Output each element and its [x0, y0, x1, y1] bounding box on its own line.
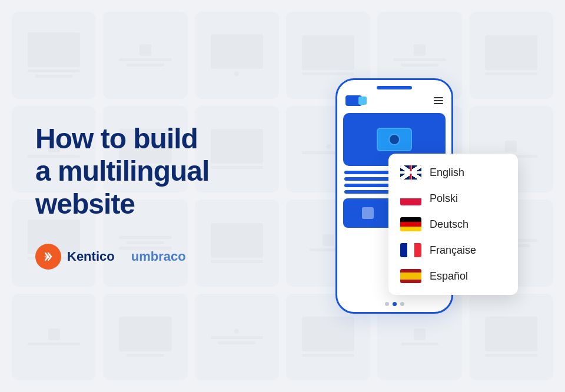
lang-name-polski: Polski	[430, 192, 458, 205]
phone-dot-active	[393, 302, 397, 306]
kentico-icon	[35, 244, 61, 270]
kentico-brand-icon	[41, 249, 56, 264]
umbraco-logo: umbraco	[131, 249, 186, 264]
phone-bill-icon	[377, 128, 412, 151]
phone-card-blue	[343, 198, 393, 228]
left-panel: How to build a multilingual website Kent…	[35, 122, 259, 270]
logos-row: Kentico umbraco	[35, 244, 259, 270]
phone-dots	[337, 297, 451, 312]
lang-item-deutsch[interactable]: Deutsch	[388, 211, 518, 237]
lang-name-francaise: Française	[430, 244, 476, 257]
flag-uk	[400, 165, 421, 180]
kentico-logo: Kentico	[35, 244, 115, 270]
right-panel: English Polski Deutsch	[259, 78, 530, 314]
flag-de	[400, 217, 421, 231]
language-dropdown[interactable]: English Polski Deutsch	[388, 154, 518, 295]
umbraco-label: umbraco	[131, 249, 186, 264]
phone-circle-icon	[388, 134, 400, 145]
phone-card-icon	[362, 207, 374, 219]
flag-uk-inner	[400, 165, 421, 180]
flag-pl	[400, 191, 421, 205]
lang-item-francaise[interactable]: Française	[388, 237, 518, 263]
phone-dot	[400, 302, 404, 306]
main-content: How to build a multilingual website Kent…	[0, 0, 565, 392]
lang-name-espanol: Español	[430, 270, 468, 283]
lang-name-english: English	[430, 167, 464, 179]
kentico-label: Kentico	[67, 249, 115, 264]
lang-item-english[interactable]: English	[388, 160, 518, 185]
phone-header	[337, 93, 451, 109]
phone-notch	[377, 86, 412, 89]
flag-fr	[400, 243, 421, 257]
flag-es	[400, 269, 421, 283]
phone-logo	[345, 95, 362, 106]
phone-dot	[385, 302, 389, 306]
lang-name-deutsch: Deutsch	[430, 218, 468, 231]
lang-item-espanol[interactable]: Español	[388, 263, 518, 289]
lang-item-polski[interactable]: Polski	[388, 185, 518, 211]
hamburger-icon[interactable]	[434, 97, 443, 104]
page-title: How to build a multilingual website	[35, 122, 259, 220]
